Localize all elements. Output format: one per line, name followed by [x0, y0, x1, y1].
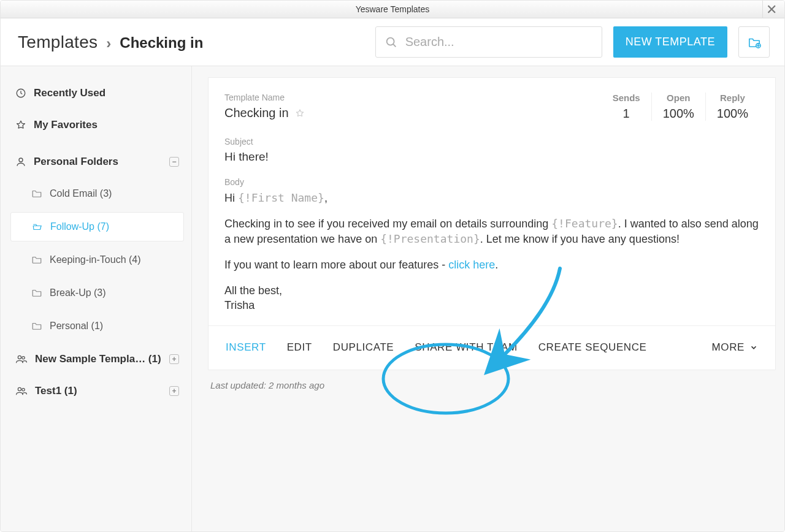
- share-with-team-button[interactable]: SHARE WITH TEAM: [415, 341, 517, 354]
- template-name: Checking in: [224, 106, 289, 120]
- people-icon: [15, 386, 28, 397]
- folder-icon: [31, 189, 42, 199]
- sidebar-item-label: New Sample Templa… (1): [35, 353, 161, 365]
- breadcrumb: Templates › Checking in: [18, 32, 203, 52]
- more-button[interactable]: MORE: [712, 341, 758, 354]
- svg-point-10: [22, 389, 25, 391]
- body-link[interactable]: click here: [448, 259, 495, 271]
- new-folder-button[interactable]: [738, 26, 770, 58]
- folder-icon: [31, 288, 42, 298]
- search-field[interactable]: [375, 26, 602, 58]
- more-label: MORE: [712, 341, 745, 354]
- sidebar-item-label: Test1 (1): [35, 385, 77, 397]
- subject-value: Hi there!: [224, 150, 759, 164]
- svg-point-6: [19, 158, 23, 162]
- stat-open-value: 100%: [663, 107, 694, 121]
- sidebar-item-label: My Favorites: [34, 119, 98, 131]
- sidebar: Recently Used My Favorites Personal Fold…: [1, 66, 192, 531]
- breadcrumb-leaf: Checking in: [120, 34, 203, 51]
- sidebar-personal-folders[interactable]: Personal Folders −: [10, 148, 184, 175]
- expand-icon[interactable]: +: [169, 354, 179, 364]
- folder-label: Cold Email (3): [50, 188, 112, 199]
- folder-personal[interactable]: Personal (1): [10, 311, 184, 341]
- create-sequence-button[interactable]: CREATE SEQUENCE: [538, 341, 647, 354]
- svg-point-7: [18, 355, 21, 359]
- folder-break-up[interactable]: Break-Up (3): [10, 278, 184, 308]
- insert-button[interactable]: INSERT: [226, 341, 266, 354]
- sidebar-recently-used[interactable]: Recently Used: [10, 80, 184, 107]
- svg-line-1: [393, 44, 396, 46]
- edit-button[interactable]: EDIT: [287, 341, 312, 354]
- search-input[interactable]: [405, 35, 593, 49]
- body-text-part: Checking in to see if you received my em…: [224, 218, 551, 230]
- folder-add-icon: [748, 36, 761, 48]
- search-icon: [385, 36, 398, 49]
- star-outline-icon[interactable]: [295, 108, 305, 118]
- main-panel: Template Name Checking in Sends 1: [192, 66, 784, 531]
- body-text-part: If you want to learn more about our feat…: [224, 259, 448, 271]
- svg-point-8: [22, 357, 25, 359]
- star-icon: [15, 120, 26, 131]
- template-card: Template Name Checking in Sends 1: [208, 77, 776, 370]
- merge-token: {!First Name}: [238, 191, 324, 204]
- sidebar-item-label: Recently Used: [34, 87, 105, 99]
- breadcrumb-root[interactable]: Templates: [18, 32, 98, 52]
- duplicate-button[interactable]: DUPLICATE: [333, 341, 394, 354]
- svg-point-0: [386, 37, 394, 45]
- body-text-part: Hi: [224, 192, 238, 204]
- stat-sends-label: Sends: [613, 93, 640, 103]
- new-template-button[interactable]: NEW TEMPLATE: [613, 26, 727, 58]
- subject-label: Subject: [224, 137, 759, 146]
- people-icon: [15, 354, 28, 365]
- folder-label: Break-Up (3): [50, 287, 106, 298]
- body-text-part: . Let me know if you have any questions!: [480, 233, 680, 245]
- body-content: Hi {!First Name}, Checking in to see if …: [224, 191, 759, 313]
- folder-icon: [31, 321, 42, 331]
- folder-label: Keeping-in-Touch (4): [50, 254, 141, 265]
- folder-icon: [31, 255, 42, 265]
- merge-token: {!Feature}: [551, 217, 618, 230]
- chevron-right-icon: ›: [106, 35, 111, 52]
- chevron-down-icon: [749, 343, 758, 352]
- collapse-icon[interactable]: −: [169, 157, 179, 167]
- folder-label: Personal (1): [50, 321, 103, 332]
- sidebar-my-favorites[interactable]: My Favorites: [10, 112, 184, 139]
- body-text-part: Trisha: [224, 299, 255, 311]
- last-updated: Last updated: 2 months ago: [210, 380, 776, 390]
- body-text-part: All the best,: [224, 284, 282, 297]
- stat-reply-value: 100%: [717, 107, 748, 121]
- window-title: Yesware Templates: [356, 4, 430, 14]
- body-text-part: ,: [324, 192, 327, 204]
- sidebar-team-1[interactable]: New Sample Templa… (1) +: [10, 346, 184, 373]
- body-text-part: .: [495, 259, 498, 271]
- stat-open-label: Open: [663, 93, 694, 103]
- stat-reply-label: Reply: [717, 93, 748, 103]
- sidebar-item-label: Personal Folders: [34, 156, 118, 168]
- person-icon: [15, 156, 26, 167]
- folder-open-icon: [32, 222, 43, 232]
- window-titlebar: Yesware Templates ✕: [1, 1, 784, 18]
- template-stats: Sends 1 Open 100% Reply 100%: [602, 93, 759, 121]
- svg-point-9: [18, 387, 21, 390]
- body-label: Body: [224, 177, 759, 187]
- template-name-label: Template Name: [224, 93, 602, 102]
- close-icon[interactable]: ✕: [762, 1, 779, 18]
- header: Templates › Checking in NEW TEMPLATE: [1, 18, 784, 66]
- stat-sends-value: 1: [613, 107, 640, 121]
- folder-follow-up[interactable]: Follow-Up (7): [10, 212, 184, 241]
- merge-token: {!Presentation}: [380, 232, 480, 245]
- folder-keeping-in-touch[interactable]: Keeping-in-Touch (4): [10, 245, 184, 275]
- folder-label: Follow-Up (7): [50, 221, 109, 232]
- clock-icon: [15, 88, 26, 99]
- expand-icon[interactable]: +: [169, 386, 179, 396]
- sidebar-team-2[interactable]: Test1 (1) +: [10, 378, 184, 405]
- template-actions: INSERT EDIT DUPLICATE SHARE WITH TEAM CR…: [209, 325, 775, 370]
- folder-cold-email[interactable]: Cold Email (3): [10, 179, 184, 208]
